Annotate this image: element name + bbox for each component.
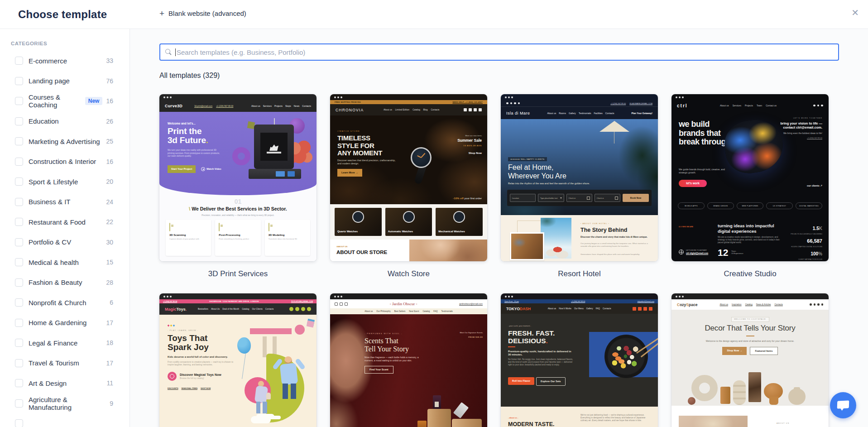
sidebar-item-medical-health[interactable]: Medical & health15 [0,252,129,273]
sidebar-item-ecommerce[interactable]: E-commerce33 [0,51,129,71]
checkbox[interactable] [15,158,23,166]
checkbox[interactable] [15,117,23,125]
template-card-watch-store[interactable]: FREE SHIPPING FROM $50 NEED HELP: +1 (80… [330,94,487,261]
sidebar-item-nonprofit-church[interactable]: Nonprofit & Church6 [0,293,129,313]
checkbox[interactable] [15,57,23,65]
sidebar-item-marketing-advertising[interactable]: Marketing & Advertising25 [0,131,129,152]
toy-icon [168,372,177,381]
search-bar[interactable] [159,43,839,61]
checkbox[interactable] [15,178,23,186]
checkbox[interactable] [15,218,23,226]
play-icon [201,167,205,171]
browser-chrome [159,94,317,100]
hero-button: Start Your Project [168,165,196,173]
hero-heading: Print the 3d Future. [168,127,208,145]
checkbox[interactable] [15,319,23,327]
hero-button-secondary: Explore Our Sets [536,377,566,386]
site-preview-cozyspace: CozySpace About usInspirationCatalogNews… [671,299,829,427]
site-nav-links: About usServicesProjectsStepsNewsContact… [251,105,311,107]
sidebar-item-portfolio-cv[interactable]: Portfolio & CV30 [0,232,129,253]
service-pills: MOBILE APPSBRAND DESIGNWEB PLATFORMSUX S… [678,202,822,209]
checkbox[interactable] [15,359,23,367]
section-heading: \ We Deliver the Best Services in 3D Sec… [159,206,317,212]
close-icon[interactable]: ✕ [851,7,859,18]
checkbox[interactable] [15,137,23,145]
about-hotel-section: • ABOUT OUR HOTEL • The Story Behind Dis… [501,215,658,261]
sidebar-item-business-it[interactable]: Business & IT24 [0,192,129,212]
site-logo: MagicToys. [165,307,187,312]
sidebar-item-landing-page[interactable]: Landing page76 [0,71,129,91]
site-navbar: CHRONOVIA About usLimited EditionCatalog… [330,104,487,115]
template-card-tokyodash[interactable]: Open 8 am - 10 pm +1 (234) 567 89 00 tok… [501,293,658,427]
hero-purple: Welcome and let's... Print the 3d Future… [159,112,317,195]
template-title: Resort Hotel [501,269,658,279]
checkbox[interactable] [15,339,23,347]
sidebar-item-sport-lifestyle[interactable]: Sport & Lifestyle20 [0,172,129,192]
sidebar-item-home-gardening[interactable]: Home & Gardening17 [0,313,129,333]
cta-row: Discover Magical Toys NowBrowse the full… [168,372,221,381]
checkbox[interactable] [15,419,23,427]
site-preview-isla-di-mare: +1 (234) 567 89 00 ISLADIMARE@EMAIL.COM … [501,100,658,261]
sidebar-item-courses-coaching[interactable]: Courses & CoachingNew16 [0,91,129,111]
hero-resort: ★★★★★ 900+ HAPPY CLIENTS Feel at Home, W… [501,119,658,215]
template-cell: +1 (234) 567 89 00 ISLADIMARE@EMAIL.COM … [501,94,658,279]
page-title: Choose template [18,8,107,21]
template-card-resort-hotel[interactable]: +1 (234) 567 89 00 ISLADIMARE@EMAIL.COM … [501,94,658,261]
new-badge: New [85,97,103,105]
site-logo: TOKYODASH [506,307,531,311]
globe-icon [679,249,684,254]
promo-bar: +1 (234) 567 89 00 SHOWROOM: 1234 FAIRMO… [159,299,317,303]
about-photo [679,416,748,427]
sidebar-item-construction-interior[interactable]: Construction & Interior16 [0,152,129,172]
checkbox[interactable] [15,77,23,85]
sidebar-item-partial[interactable] [0,413,129,427]
template-card-creative-studio[interactable]: ctrl About usServicesProjectsTeamContact… [671,94,829,261]
template-card-cozyspace[interactable]: CozySpace About usInspirationCatalogNews… [671,293,829,427]
site-nav-links: About usOur PhilosophyBest SellersNew Sc… [364,310,453,312]
checkbox[interactable] [15,298,23,307]
hero-buttons: Shop Now → Featured Items [671,347,829,355]
feature-cards: 3D ScanningCapture details of your produ… [166,220,310,256]
hero-button: Learn More → [337,169,362,177]
checkbox[interactable] [15,198,23,206]
lets-work-button: let's work [679,180,707,187]
kids-illustration [237,317,315,427]
sidebar-item-education[interactable]: Education26 [0,111,129,132]
services-section: 01 \ We Deliver the Best Services in 3D … [159,195,317,261]
checkbox[interactable] [15,238,23,246]
booking-field-location: Location [510,194,536,202]
sidebar-item-art-design[interactable]: Art & Design11 [0,373,129,393]
feature-card: 3D ModelingTransform ideas into function… [265,220,310,256]
checkbox[interactable] [15,278,23,287]
plus-icon: + [159,9,164,18]
blank-website-button[interactable]: + Blank website (advanced) [159,9,246,18]
vases-illustration [682,358,818,406]
category-card: Mechanical Watches [436,208,483,236]
printer-illustration [232,118,312,189]
sidebar-item-travel-tourism[interactable]: Travel & Tourism17 [0,353,129,374]
chat-widget-button[interactable] [830,392,856,418]
booking-field-checkout: Check-in [595,194,620,202]
checkbox[interactable] [15,379,23,387]
booking-field-checkin: Check-in [566,194,592,202]
template-card-jardin-obscur[interactable]: - Jardin Obscur - jardinobscur@email.com… [330,293,487,427]
template-card-magictoys[interactable]: +1 (234) 567 89 00 SHOWROOM: 1234 FAIRMO… [159,293,317,427]
sidebar-item-agriculture-manufacturing[interactable]: Agriculture & Manufacturing9 [0,393,129,414]
template-cell: ctrl About usServicesProjectsTeamContact… [671,94,829,279]
checkbox[interactable] [15,258,23,266]
search-input[interactable] [177,44,838,60]
site-navbar: About usOur PhilosophyBest SellersNew Sc… [330,308,487,314]
template-card-3d-print-services[interactable]: Curve3D 3d.print@email.com +1 (234) 567 … [159,94,317,261]
browser-chrome [501,94,658,100]
template-cell: - Jardin Obscur - jardinobscur@email.com… [330,293,487,427]
sidebar-item-fashion-beauty[interactable]: Fashion & Beauty28 [0,273,129,293]
social-icons [810,303,823,306]
hero-perfume: - PERFUMES WITH SOUL - Scents That Tell … [330,314,487,427]
template-grid: Curve3D 3d.print@email.com +1 (234) 567 … [159,94,829,427]
sidebar-item-restaurant-food[interactable]: Restaurant & Food22 [0,212,129,232]
checkbox[interactable] [15,399,23,408]
sidebar-item-legal-finance[interactable]: Legal & Finance18 [0,333,129,353]
template-title: Creative Studio [671,269,829,279]
checkbox[interactable] [15,97,23,105]
site-logo: CozySpace [677,302,697,307]
